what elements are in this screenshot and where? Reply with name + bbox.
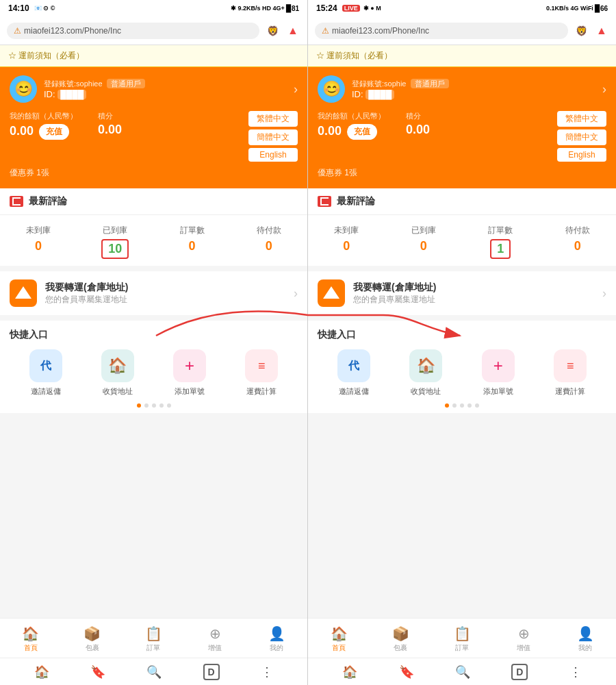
dot-2-2 <box>452 403 457 408</box>
nav-plus-label-1: 增值 <box>208 643 222 653</box>
nav-me-2[interactable]: 👤 我的 <box>554 623 616 655</box>
lang-btn-english-1[interactable]: English <box>248 148 298 162</box>
sys-home-2[interactable]: 🏠 <box>342 664 357 680</box>
stat-label-1-3: 待付款 <box>257 225 281 236</box>
recharge-button-2[interactable]: 充值 <box>347 124 377 140</box>
triangle-icon-1[interactable]: ▲ <box>285 23 300 38</box>
sys-d-1[interactable]: D <box>203 664 220 680</box>
nav-home-2[interactable]: 🏠 首頁 <box>308 623 370 655</box>
lang-btn-english-2[interactable]: English <box>557 148 606 162</box>
transfer-section-1[interactable]: 我要轉運(倉庫地址) 您的會員專屬集運地址 › <box>0 271 307 315</box>
sys-more-2[interactable]: ⋮ <box>569 664 582 680</box>
id-blur-2: ████ <box>365 90 394 99</box>
transfer-icon-1 <box>10 279 37 307</box>
sys-home-1[interactable]: 🏠 <box>34 664 49 680</box>
lang-btn-simplified-1[interactable]: 簡體中文 <box>248 129 298 145</box>
quick-item-2-1[interactable]: 🏠 收貨地址 <box>409 349 442 397</box>
browser-bar-2[interactable]: ⚠ miaofei123.com/Phone/Inc 🦁 ▲ <box>308 16 616 45</box>
nav-me-1[interactable]: 👤 我的 <box>246 623 307 655</box>
nav-parcel-2[interactable]: 📦 包裹 <box>370 623 431 655</box>
quick-item-1-2[interactable]: + 添加單號 <box>173 349 206 397</box>
balance-label-2: 我的餘額（人民幣） <box>318 111 385 121</box>
section-header-1: 最新評論 <box>0 188 307 215</box>
bottom-nav-2: 🏠 首頁 📦 包裹 📋 訂單 ⊕ 增值 👤 我的 <box>308 618 616 658</box>
orange-header-1: 😊 登録账號:sophiee 普通用戶 ID: ████ › 我的餘額（人民幣） <box>0 67 307 188</box>
nav-plus-1[interactable]: ⊕ 增值 <box>184 623 246 655</box>
browser-url-1[interactable]: ⚠ miaofei123.com/Phone/Inc <box>7 23 259 39</box>
nav-home-1[interactable]: 🏠 首頁 <box>0 623 62 655</box>
nav-plus-icon-1: ⊕ <box>209 625 221 642</box>
battery-1: ▉81 <box>286 5 299 12</box>
status-icons-left-1: 📧 ⊙ © <box>34 5 55 12</box>
quick-item-1-1[interactable]: 🏠 收貨地址 <box>101 349 134 397</box>
nav-plus-label-2: 增值 <box>517 643 530 653</box>
quick-item-1-0[interactable]: 代 邀請返傭 <box>29 349 62 397</box>
nav-plus-2[interactable]: ⊕ 增值 <box>493 623 554 655</box>
points-section-2: 積分 0.00 <box>406 111 430 137</box>
dot-1-3 <box>152 403 156 408</box>
dot-2-active <box>445 403 449 408</box>
transfer-chevron-2[interactable]: › <box>602 286 606 301</box>
brave-icon-2[interactable]: 🦁 <box>574 23 589 38</box>
lang-btn-traditional-2[interactable]: 繁體中文 <box>557 111 606 127</box>
quick-item-2-2[interactable]: + 添加單號 <box>482 349 515 397</box>
nav-plus-icon-2: ⊕ <box>518 625 530 642</box>
transfer-icon-2 <box>318 279 345 307</box>
stat-item-2-0: 未到庫 0 <box>308 225 385 259</box>
sys-search-2[interactable]: 🔍 <box>455 664 470 680</box>
user-row-1[interactable]: 😊 登録账號:sophiee 普通用戶 ID: ████ › <box>10 75 298 103</box>
user-chevron-2[interactable]: › <box>602 82 606 97</box>
points-label-2: 積分 <box>406 111 430 121</box>
announcement-bar-2[interactable]: ☆ 運前須知（必看） <box>308 45 616 67</box>
avatar-2: 😊 <box>318 75 345 103</box>
phone-panel-2: 15:24 LIVE ✱ ● M 0.1KB/s 4G WiFi ▉66 ⚠ m… <box>308 0 616 685</box>
dot-1-4 <box>159 403 164 408</box>
transfer-section-2[interactable]: 我要轉運(倉庫地址) 您的會員專屬集運地址 › <box>308 271 616 315</box>
quick-icons-2: 代 邀請返傭 🏠 收貨地址 + 添加單號 ≡ 運費計算 <box>318 349 606 397</box>
brave-icon-1[interactable]: 🦁 <box>265 23 280 38</box>
sys-search-1[interactable]: 🔍 <box>146 664 162 680</box>
quick-item-1-3[interactable]: ≡ 運費計算 <box>245 349 278 397</box>
transfer-title-2: 我要轉運(倉庫地址) <box>353 282 594 294</box>
transfer-chevron-1[interactable]: › <box>294 286 298 301</box>
nav-home-label-1: 首頁 <box>24 643 38 653</box>
quick-label-add-2: 添加單號 <box>483 386 513 397</box>
bottom-nav-1: 🏠 首頁 📦 包裹 📋 訂單 ⊕ 增值 👤 我的 <box>0 618 307 658</box>
quick-item-2-0[interactable]: 代 邀請返傭 <box>337 349 370 397</box>
nav-order-2[interactable]: 📋 訂單 <box>431 623 493 655</box>
stat-value-2-3: 0 <box>574 239 581 253</box>
sys-bookmark-2[interactable]: 🔖 <box>399 664 414 680</box>
stat-value-1-1: 10 <box>101 239 129 259</box>
section-header-2: 最新評論 <box>308 188 616 215</box>
system-bar-2: 🏠 🔖 🔍 D ⋮ <box>308 658 616 685</box>
stat-label-2-3: 待付款 <box>565 225 590 236</box>
nav-home-icon-2: 🏠 <box>331 625 348 642</box>
sys-more-1[interactable]: ⋮ <box>261 664 273 680</box>
sys-d-2[interactable]: D <box>511 664 528 680</box>
nav-order-1[interactable]: 📋 訂單 <box>123 623 185 655</box>
browser-bar-1[interactable]: ⚠ miaofei123.com/Phone/Inc 🦁 ▲ <box>0 16 307 45</box>
announcement-bar-1[interactable]: ☆ 運前須知（必看） <box>0 45 307 67</box>
status-time-2: 15:24 <box>316 3 337 13</box>
recharge-button-1[interactable]: 充值 <box>39 124 69 140</box>
user-row-2[interactable]: 😊 登録账號:sophie 普通用戶 ID: ████ › <box>318 75 606 103</box>
phone-panel-1: 14:10 📧 ⊙ © ✱ 9.2KB/s HD 4G+ ▉81 ⚠ miaof… <box>0 0 308 685</box>
browser-url-2[interactable]: ⚠ miaofei123.com/Phone/Inc <box>315 23 568 39</box>
sys-bookmark-1[interactable]: 🔖 <box>90 664 105 680</box>
quick-title-2: 快捷入口 <box>318 329 606 341</box>
points-label-1: 積分 <box>98 111 122 121</box>
user-chevron-1[interactable]: › <box>294 82 298 97</box>
dot-2-3 <box>460 403 464 408</box>
svg-marker-1 <box>323 286 339 299</box>
stat-item-1-2: 訂單數 0 <box>154 225 231 259</box>
lang-btn-simplified-2[interactable]: 簡體中文 <box>557 129 606 145</box>
orange-header-2: 😊 登録账號:sophie 普通用戶 ID: ████ › 我的餘額（人民幣） <box>308 67 616 188</box>
nav-parcel-1[interactable]: 📦 包裹 <box>62 623 123 655</box>
network-info-2: 0.1KB/s 4G WiFi <box>546 5 593 12</box>
lang-btn-traditional-1[interactable]: 繁體中文 <box>248 111 298 127</box>
triangle-icon-2[interactable]: ▲ <box>594 23 609 38</box>
quick-icon-add-1: + <box>173 349 206 382</box>
quick-icon-calc-2: ≡ <box>554 349 587 382</box>
quick-item-2-3[interactable]: ≡ 運費計算 <box>554 349 587 397</box>
quick-label-invite-1: 邀請返傭 <box>31 386 61 397</box>
